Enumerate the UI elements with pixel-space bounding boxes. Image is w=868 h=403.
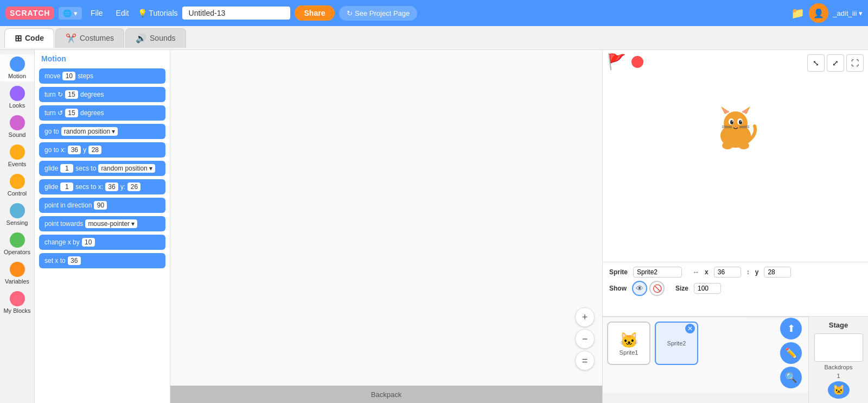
scratch-cat-sprite: [711, 104, 760, 155]
block-turn-ccw[interactable]: turn ↺ 15 degrees: [39, 105, 165, 121]
control-dot: [10, 174, 25, 189]
tab-sounds[interactable]: 🔊 Sounds: [125, 28, 186, 48]
blocks-panel: Motion move 10 steps turn ↻ 15 degrees t…: [35, 50, 170, 403]
edit-menu[interactable]: Edit: [112, 7, 133, 20]
file-menu[interactable]: File: [86, 7, 107, 20]
block-glide-pos[interactable]: glide 1 secs to random position ▾: [39, 161, 165, 176]
myblocks-label: My Blocks: [3, 307, 30, 314]
sprite-brush-fab[interactable]: ✏️: [780, 342, 802, 364]
sidebar-item-sensing[interactable]: Sensing: [0, 201, 34, 228]
sidebar-item-variables[interactable]: Variables: [0, 260, 34, 287]
green-flag-button[interactable]: 🚩: [607, 54, 626, 70]
blocks-title: Motion: [39, 54, 165, 63]
backdrops-label: Backdrops: [825, 364, 853, 370]
sidebar-item-events[interactable]: Events: [0, 142, 34, 169]
x-input[interactable]: [714, 267, 741, 278]
sprite-label: Sprite: [609, 268, 628, 276]
block-goto[interactable]: go to random position ▾: [39, 124, 165, 139]
zoom-reset-button[interactable]: =: [575, 351, 595, 370]
svg-point-11: [741, 121, 742, 122]
stage-area: 🚩 ⤡ ⤢ ⛶: [602, 50, 868, 403]
sidebar-item-sound[interactable]: Sound: [0, 113, 34, 140]
stage-thumbnail[interactable]: [814, 333, 863, 362]
sprite-delete-button[interactable]: ✕: [685, 324, 695, 333]
block-turn-cw-val[interactable]: 15: [65, 90, 78, 99]
block-point-dir[interactable]: point in direction 90: [39, 198, 165, 213]
sprite-search-fab[interactable]: 🔍: [780, 367, 802, 388]
backpack-bar[interactable]: Backpack: [170, 386, 602, 403]
sidebar-item-motion[interactable]: Motion: [0, 54, 34, 81]
block-point-towards-dropdown[interactable]: mouse-pointer ▾: [85, 219, 137, 228]
block-change-x-val[interactable]: 10: [82, 238, 95, 247]
sounds-tab-icon: 🔊: [136, 33, 146, 43]
looks-label: Looks: [9, 102, 25, 109]
stop-button[interactable]: [631, 56, 643, 68]
block-goto-xy-x[interactable]: 36: [68, 146, 81, 154]
block-set-x[interactable]: set x to 36: [39, 253, 165, 268]
share-button[interactable]: Share: [295, 5, 335, 21]
block-glide-xy-y[interactable]: 26: [127, 182, 141, 191]
block-move-steps[interactable]: 10: [62, 72, 75, 80]
add-sprite-controls: Upload Sprite ⬆ ✏️ 🔍: [738, 322, 804, 388]
stage-expand-button[interactable]: ⤢: [827, 54, 844, 72]
block-goto-dropdown[interactable]: random position ▾: [61, 127, 118, 136]
block-goto-xy-y-label: y: [83, 146, 86, 154]
block-goto-xy-y[interactable]: 28: [88, 146, 101, 154]
backdrops-count: 1: [837, 373, 840, 379]
stage-run-controls: 🚩: [607, 54, 643, 70]
sprite-thumb-sprite1[interactable]: 🐱 Sprite1: [607, 322, 650, 365]
stage-shrink-button[interactable]: ⤡: [807, 54, 825, 72]
category-sidebar: Motion Looks Sound Events Control Sensin…: [0, 50, 35, 403]
block-goto-xy[interactable]: go to x: 36 y 28: [39, 142, 165, 158]
script-area: + − = Backpack: [170, 50, 602, 403]
block-change-x[interactable]: change x by 10: [39, 235, 165, 250]
block-turn-ccw-val[interactable]: 15: [65, 109, 78, 117]
svg-point-18: [738, 142, 749, 149]
block-glide-xy[interactable]: glide 1 secs to x: 36 y: 26: [39, 179, 165, 194]
zoom-out-button[interactable]: −: [575, 329, 595, 349]
show-visible-button[interactable]: 👁: [632, 281, 647, 296]
zoom-in-button[interactable]: +: [575, 307, 595, 327]
tab-costumes[interactable]: ✂️ Costumes: [55, 28, 124, 48]
code-tab-label: Code: [25, 34, 44, 42]
block-turn-cw[interactable]: turn ↻ 15 degrees: [39, 87, 165, 102]
backpack-label: Backpack: [371, 391, 401, 399]
sprite-name-input[interactable]: [633, 267, 682, 278]
tutorials-button[interactable]: 💡 Tutorials: [138, 9, 178, 17]
language-button[interactable]: 🌐 ▾: [59, 7, 82, 20]
sprite-info-panel: Sprite ↔ x ↕ y Show 👁 🚫 Size: [603, 262, 868, 316]
block-move-steps-label: steps: [78, 72, 93, 80]
show-hidden-button[interactable]: 🚫: [649, 281, 665, 296]
tab-code[interactable]: ⊞ Code: [4, 28, 54, 48]
sound-label: Sound: [9, 131, 26, 138]
stage-fullscreen-button[interactable]: ⛶: [846, 54, 864, 72]
project-name-input[interactable]: [182, 7, 290, 20]
y-input[interactable]: [764, 267, 791, 278]
block-point-towards[interactable]: point towards mouse-pointer ▾: [39, 216, 165, 231]
sprite1-label: Sprite1: [620, 349, 639, 356]
sidebar-item-control[interactable]: Control: [0, 172, 34, 199]
block-point-dir-val[interactable]: 90: [94, 201, 107, 210]
see-project-button[interactable]: ↻ See Project Page: [339, 6, 417, 21]
motion-dot: [10, 56, 25, 72]
sidebar-item-looks[interactable]: Looks: [0, 84, 34, 111]
block-glide-dropdown[interactable]: random position ▾: [98, 164, 155, 173]
block-glide-xy-text: glide: [44, 183, 58, 191]
add-backdrop-button[interactable]: 🐱: [828, 381, 850, 399]
variables-dot: [10, 262, 25, 277]
sprite-thumb-sprite2[interactable]: ✕ Sprite2: [655, 322, 698, 365]
svg-point-1: [724, 111, 748, 135]
sprite-fab-buttons: ⬆ ✏️ 🔍: [780, 318, 802, 388]
block-set-x-val[interactable]: 36: [68, 256, 81, 265]
block-change-x-text: change x by: [44, 238, 80, 246]
size-label: Size: [675, 285, 688, 292]
block-glide-xy-x[interactable]: 36: [105, 182, 118, 191]
size-input[interactable]: [694, 283, 721, 294]
block-move[interactable]: move 10 steps: [39, 68, 165, 84]
block-glide-secs[interactable]: 1: [60, 164, 73, 173]
block-glide-xy-secs[interactable]: 1: [60, 182, 73, 191]
folder-icon[interactable]: 📁: [791, 7, 805, 20]
sidebar-item-myblocks[interactable]: My Blocks: [0, 289, 34, 316]
sidebar-item-operators[interactable]: Operators: [0, 230, 34, 257]
sprite-upload-fab[interactable]: ⬆: [780, 318, 802, 339]
